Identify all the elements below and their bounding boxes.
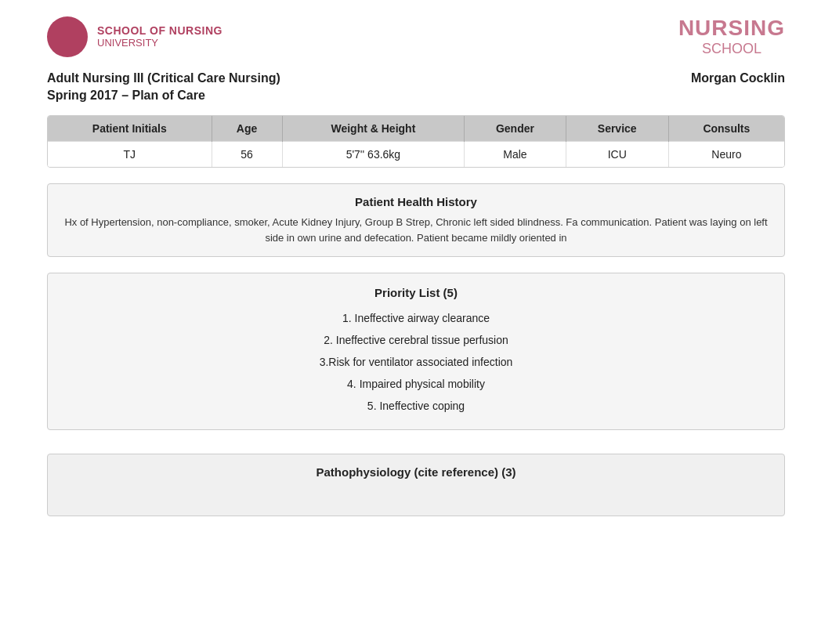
logo-circle-icon — [47, 16, 88, 57]
course-title: Adult Nursing III (Critical Care Nursing… — [47, 71, 280, 85]
author-name: Morgan Cocklin — [691, 71, 785, 85]
priority-list-title: Priority List (5) — [63, 286, 769, 299]
priority-items: 1. Ineffective airway clearance 2. Ineff… — [63, 307, 769, 417]
pathophysiology-title: Pathophysiology (cite reference) (3) — [63, 465, 769, 479]
logo-line2: UNIVERSITY — [97, 37, 222, 49]
health-history-text: Hx of Hypertension, non-compliance, smok… — [63, 215, 769, 245]
col-header-consults: Consults — [668, 116, 784, 142]
priority-item-2: 2. Ineffective cerebral tissue perfusion — [63, 329, 769, 351]
patient-service: ICU — [566, 142, 668, 168]
col-header-gender: Gender — [465, 116, 566, 142]
patient-info-table: Patient Initials Age Weight & Height Gen… — [47, 115, 785, 168]
logo-right: NURSING SCHOOL — [678, 16, 785, 57]
page-header: SCHOOL OF NURSING UNIVERSITY NURSING SCH… — [0, 0, 832, 65]
patient-consults: Neuro — [668, 142, 784, 168]
logo-right-text1: NURSING — [678, 16, 785, 41]
logo-line1: SCHOOL OF NURSING — [97, 24, 222, 37]
patient-gender: Male — [465, 142, 566, 168]
patient-initials: TJ — [48, 142, 212, 168]
logo-right-text2: SCHOOL — [702, 41, 761, 57]
patient-data-row: TJ 56 5'7'' 63.6kg Male ICU Neuro — [48, 142, 784, 168]
pathophysiology-section: Pathophysiology (cite reference) (3) — [47, 454, 785, 516]
logo-text: SCHOOL OF NURSING UNIVERSITY — [97, 24, 222, 49]
patient-age: 56 — [212, 142, 282, 168]
logo-left: SCHOOL OF NURSING UNIVERSITY — [47, 16, 222, 57]
col-header-service: Service — [566, 116, 668, 142]
priority-item-3: 3.Risk for ventilator associated infecti… — [63, 351, 769, 373]
priority-item-5: 5. Ineffective coping — [63, 395, 769, 417]
health-history-section: Patient Health History Hx of Hypertensio… — [47, 183, 785, 257]
priority-list-section: Priority List (5) 1. Ineffective airway … — [47, 273, 785, 430]
course-subtitle: Spring 2017 – Plan of Care — [0, 85, 832, 115]
health-history-title: Patient Health History — [63, 195, 769, 208]
col-header-initials: Patient Initials — [48, 116, 212, 142]
priority-item-4: 4. Impaired physical mobility — [63, 373, 769, 395]
patient-weight-height: 5'7'' 63.6kg — [282, 142, 465, 168]
col-header-age: Age — [212, 116, 282, 142]
priority-item-1: 1. Ineffective airway clearance — [63, 307, 769, 329]
col-header-weight-height: Weight & Height — [282, 116, 465, 142]
